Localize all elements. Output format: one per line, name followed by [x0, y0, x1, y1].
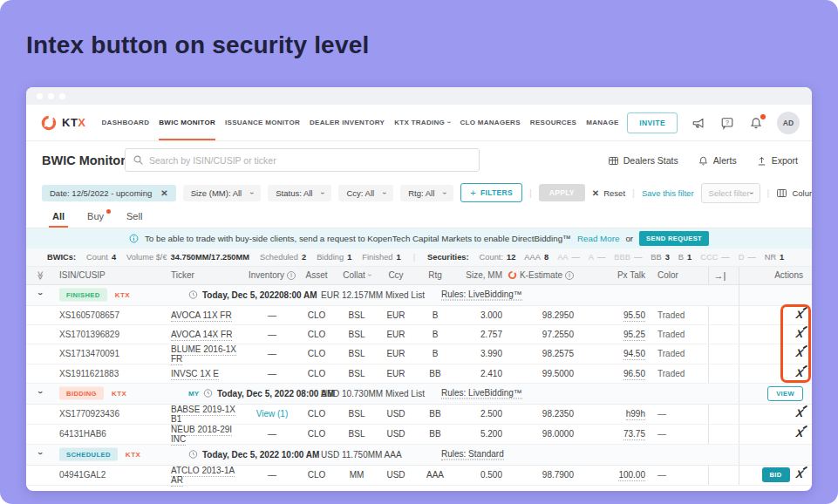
asset-cell: CLO — [296, 465, 337, 485]
ticker-link[interactable]: NEUB 2018-29I INC — [171, 425, 232, 446]
nav-item-dealer-inventory[interactable]: DEALER INVENTORY — [310, 105, 385, 140]
stat-label: NR — [765, 253, 776, 262]
read-more-link[interactable]: Read More — [577, 234, 619, 243]
col-header-rtg[interactable]: Rtg — [415, 267, 455, 284]
ticker-link[interactable]: BABSE 2019-1X B1 — [171, 405, 235, 426]
help-icon[interactable]: ? — [719, 115, 735, 131]
tab-sell[interactable]: Sell — [126, 211, 142, 228]
nav-item-issuance-monitor[interactable]: ISSUANCE MONITOR — [225, 105, 300, 140]
ticker-link[interactable]: BLUME 2016-1X FR — [171, 344, 236, 365]
apply-button[interactable]: APPLY — [539, 184, 585, 201]
pxtalk-value[interactable]: 95.25 — [623, 330, 645, 341]
pin-column-header[interactable]: →| — [708, 267, 739, 284]
select-filter-dropdown[interactable]: Select filter › — [701, 183, 760, 203]
window-control-dot[interactable] — [48, 93, 54, 99]
group-rules[interactable]: Rules: Standard — [441, 449, 504, 460]
intex-icon[interactable]: X — [795, 310, 804, 321]
group-actions-cell — [739, 284, 812, 305]
group-rules[interactable]: Rules: LiveBidding™ — [441, 388, 522, 399]
chevron-down-icon[interactable]: › — [36, 292, 44, 295]
pxtalk-cell: 95.50 — [581, 305, 651, 324]
search-input[interactable] — [149, 155, 472, 166]
filter-chip-size-mm-all[interactable]: Size (MM): All› — [183, 185, 262, 201]
row-indent-cell — [26, 305, 56, 324]
group-rules[interactable]: Rules: LiveBidding™ — [441, 289, 522, 301]
col-header-inventory[interactable]: Inventoryi — [248, 267, 296, 284]
header-action-export[interactable]: Export — [756, 155, 798, 167]
intex-icon[interactable]: X — [795, 329, 804, 340]
ticker-link[interactable]: ATCLO 2013-1A AR — [171, 466, 235, 487]
intex-icon[interactable]: X — [795, 348, 804, 359]
view-button[interactable]: VIEW — [767, 386, 803, 401]
bwic-group-row: ›FINISHEDKTXToday, Dec 5, 202208:00 AMEU… — [26, 284, 812, 305]
col-header-size[interactable]: Size, MM — [455, 267, 508, 284]
tab-all[interactable]: All — [52, 211, 65, 228]
bid-button[interactable]: BID — [762, 467, 790, 482]
tab-buy[interactable]: Buy — [87, 211, 104, 228]
date-filter-chip[interactable]: Date: 12/5/2022 - upcoming ✕ — [42, 185, 176, 201]
col-header-collat[interactable]: Collat› — [337, 267, 377, 284]
window-control-dot[interactable] — [37, 93, 43, 99]
send-request-button[interactable]: SEND REQUEST — [639, 231, 709, 246]
intex-icon[interactable]: X — [795, 469, 804, 480]
nav-item-clo-managers[interactable]: CLO MANAGERS — [460, 105, 520, 140]
nav-item-ktx-trading[interactable]: KTX TRADING› — [394, 105, 450, 140]
filters-button[interactable]: + FILTERS — [460, 183, 522, 202]
filter-chip-rtg-all[interactable]: Rtg: All› — [400, 185, 453, 201]
pxtalk-value[interactable]: 73.75 — [623, 429, 645, 440]
ticker-link[interactable]: AVOCA 14X FR — [171, 330, 232, 341]
col-header-color[interactable]: Color — [651, 267, 708, 284]
window-control-dot[interactable] — [59, 93, 65, 99]
pxtalk-value[interactable]: 94.50 — [623, 349, 645, 360]
reset-button[interactable]: ✕ Reset — [592, 188, 625, 198]
chevron-down-icon[interactable]: › — [36, 391, 44, 393]
collapse-all-header[interactable]: ≫ — [26, 267, 56, 284]
chevron-down-icon[interactable]: › — [36, 452, 44, 454]
megaphone-icon[interactable] — [691, 115, 706, 131]
stat-value: 2 — [302, 253, 306, 262]
pxtalk-cell: 96.50 — [581, 364, 651, 383]
intex-icon[interactable]: X — [795, 368, 804, 379]
actions-wrap: X — [739, 368, 806, 379]
nav-item-manage[interactable]: MANAGE — [586, 105, 618, 140]
pxtalk-value[interactable]: 100.00 — [618, 470, 645, 481]
ticker-link[interactable]: AVOCA 11X FR — [171, 310, 232, 322]
ktx-logo[interactable]: KTX — [40, 114, 86, 132]
columns-button[interactable]: Columns — [776, 187, 812, 199]
collat-cell: MM — [337, 465, 377, 485]
col-header-ticker[interactable]: Ticker — [160, 267, 248, 284]
spacer-cell — [708, 324, 739, 344]
inventory-view-link[interactable]: View (1) — [256, 409, 289, 419]
pxtalk-value[interactable]: 95.50 — [623, 310, 645, 322]
group-datetime-text: Today, Dec 5, 202208:00 AM — [202, 290, 317, 300]
clock-icon — [188, 450, 198, 460]
nav-item-resources[interactable]: RESOURCES — [530, 105, 576, 140]
size-cell: 3.990 — [455, 344, 508, 364]
nav-item-dashboard[interactable]: DASHBOARD — [102, 105, 150, 140]
notifications-bell-icon[interactable] — [748, 115, 764, 131]
bwic-security-row: XS1770923436BABSE 2019-1X B1View (1)CLOB… — [26, 404, 812, 424]
nav-item-bwic-monitor[interactable]: BWIC MONITOR — [159, 105, 215, 140]
col-header-pxtalk[interactable]: Px Talk — [581, 267, 651, 284]
filter-chip-status-all[interactable]: Status: All› — [268, 185, 331, 201]
isin-cell: 04941GAL2 — [56, 465, 160, 485]
invite-button[interactable]: INVITE — [627, 112, 678, 133]
col-header-ccy[interactable]: Ccy — [377, 267, 415, 284]
pxtalk-value[interactable]: h99h — [626, 409, 645, 420]
col-header-kestimate[interactable]: K-Estimatei — [508, 267, 581, 284]
header-action-dealers-stats[interactable]: Dealers Stats — [608, 155, 678, 167]
header-action-alerts[interactable]: Alerts — [698, 155, 737, 167]
save-filter-link[interactable]: Save this filter — [642, 188, 694, 198]
intex-icon[interactable]: X — [795, 408, 804, 419]
col-header-asset[interactable]: Asset — [296, 267, 337, 284]
pxtalk-value[interactable]: 96.50 — [623, 369, 645, 380]
avatar[interactable]: AD — [777, 112, 800, 134]
double-chevron-icon: ≫ — [37, 271, 46, 279]
ktx-logo-icon — [40, 114, 58, 132]
color-cell: Traded — [651, 344, 708, 364]
col-header-isin[interactable]: ISIN/CUSIP — [56, 267, 160, 284]
close-icon[interactable]: ✕ — [160, 188, 167, 198]
ticker-link[interactable]: INVSC 1X E — [171, 369, 219, 380]
intex-icon[interactable]: X — [795, 428, 804, 439]
filter-chip-ccy-all[interactable]: Ccy: All› — [338, 185, 393, 201]
